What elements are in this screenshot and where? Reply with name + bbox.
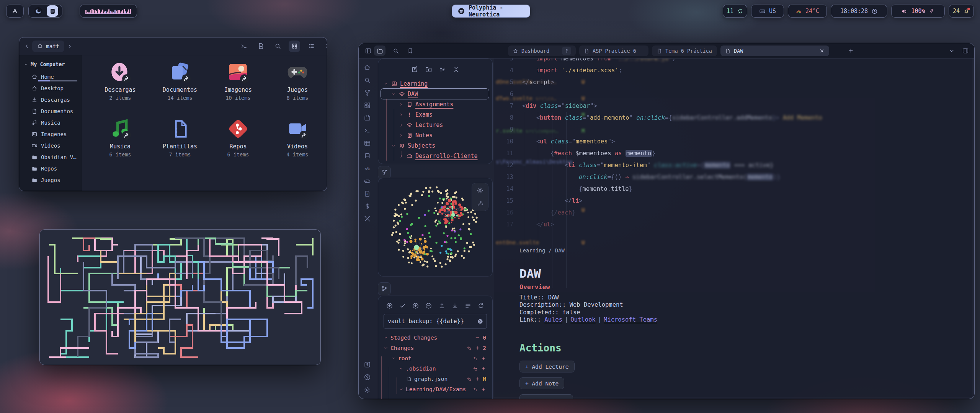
note-breadcrumb[interactable]: Learning / DAW [519, 247, 565, 254]
stage-icon[interactable] [481, 387, 486, 392]
git-row-learning-daw-exams[interactable]: Learning/DAW/Exams [384, 384, 487, 394]
ribbon-gamepad-icon[interactable] [363, 177, 371, 185]
sidebar-item-videos[interactable]: Videos [19, 140, 82, 151]
file-item-musica[interactable]: Musica6 items [91, 118, 149, 158]
strip-chevD-icon[interactable] [948, 47, 955, 54]
ribbon-tools-icon[interactable] [363, 215, 371, 223]
git-row-changes[interactable]: Changes2 [384, 343, 487, 353]
sidebar-section[interactable]: My Computer [19, 55, 82, 71]
sidebar-item-documentos[interactable]: Documentos [19, 106, 82, 117]
git-row-.obsidian[interactable]: .obsidian [384, 363, 487, 374]
tree-item-desarrollo-cliente[interactable]: Desarrollo-Cliente [378, 151, 492, 161]
new-note-button[interactable] [411, 66, 418, 73]
link-aules[interactable]: Aules [544, 316, 562, 323]
graph-filter-icon[interactable] [477, 200, 483, 207]
sidebar-item-imagenes[interactable]: Imagenes [19, 128, 82, 140]
ribbon-fork-icon[interactable] [363, 89, 371, 96]
close-icon[interactable] [819, 48, 825, 54]
tab-tema-6-pr-cticas-[interactable]: Tema 6 Prácticas -… [652, 46, 717, 56]
widget-weather[interactable]: 24°C [788, 5, 827, 18]
sidebar-item-musica[interactable]: Musica [19, 117, 82, 128]
text-document-icon[interactable] [47, 5, 58, 17]
unstage-all-button[interactable] [425, 302, 432, 309]
tree-item-lectures[interactable]: Lectures [378, 120, 492, 130]
stage-all-button[interactable] [412, 302, 419, 309]
compact-view-button[interactable] [322, 41, 327, 52]
unstage-icon[interactable] [475, 335, 480, 340]
new-tab-button[interactable] [848, 47, 854, 54]
git-panel-button[interactable] [378, 282, 391, 295]
file-item-videos[interactable]: Videos4 items [269, 118, 326, 158]
file-item-plantillas[interactable]: Plantillas7 items [151, 118, 209, 158]
change-list-button[interactable] [464, 302, 472, 309]
now-playing[interactable]: Polyphia - Neurotica [452, 5, 530, 18]
ribbon-search-icon[interactable] [363, 76, 371, 84]
link-outlook[interactable]: Outlook [570, 316, 595, 323]
widget-keyboard[interactable]: US [751, 5, 784, 18]
graph-view-button[interactable] [378, 166, 391, 179]
refresh-button[interactable] [477, 302, 485, 309]
tree-item-learning[interactable]: Learning [378, 78, 492, 89]
sort-button[interactable] [439, 66, 446, 73]
back-icon[interactable] [24, 43, 30, 49]
sidebar-item-obsidianv[interactable]: Obsidian V… [19, 151, 82, 163]
tree-item-daw[interactable]: DAW [378, 89, 492, 99]
push-button[interactable] [438, 302, 446, 309]
strip-panelL-icon[interactable] [363, 46, 374, 56]
commit-message-input[interactable]: vault backup: {{date}} [384, 314, 487, 328]
discard-icon[interactable] [467, 376, 472, 382]
breadcrumb[interactable]: matt [32, 41, 64, 52]
open-terminal-button[interactable] [238, 41, 250, 52]
sidebar-item-repos[interactable]: Repos [19, 163, 82, 174]
ribbon-codepct-icon[interactable]: <% [363, 164, 371, 172]
ribbon-dollar-icon[interactable] [363, 202, 371, 210]
new-file-button[interactable] [255, 41, 266, 52]
grid-view-button[interactable] [289, 41, 300, 52]
ribbon-calendar-icon[interactable] [363, 114, 371, 122]
git-row-staged-changes[interactable]: Staged Changes0 [384, 332, 487, 343]
git-row-root[interactable]: root [384, 353, 487, 363]
ribbon-grid-icon[interactable] [363, 101, 371, 109]
sidebar-item-desktop[interactable]: Desktop [19, 83, 82, 94]
strip-bookmark-icon[interactable] [405, 46, 416, 56]
action-button--add-note[interactable]: + Add Note [519, 377, 564, 389]
graph-view-panel[interactable] [378, 178, 493, 276]
stage-icon[interactable] [481, 356, 486, 361]
collapse-button[interactable] [452, 66, 460, 73]
commit-button[interactable] [399, 302, 406, 309]
ribbon-home-icon[interactable] [363, 63, 371, 71]
ribbon-book-icon[interactable] [363, 152, 371, 159]
file-item-descargas[interactable]: Descargas2 items [91, 61, 149, 101]
discard-icon[interactable] [473, 356, 478, 361]
discard-icon[interactable] [467, 345, 472, 351]
file-item-imagenes[interactable]: Imagenes10 items [209, 61, 267, 101]
ribbon-help-icon[interactable] [363, 373, 371, 381]
backup-button[interactable] [386, 302, 393, 309]
stage-icon[interactable] [475, 376, 480, 382]
ribbon-table-icon[interactable] [363, 139, 371, 147]
tab-daw[interactable]: DAW [720, 46, 829, 56]
tab-dashboard[interactable]: Dashboard [508, 46, 576, 56]
firefox-icon[interactable] [33, 5, 44, 17]
widget-notifications[interactable]: 24 [949, 5, 974, 18]
tree-item-assignments[interactable]: Assignments [378, 99, 492, 109]
file-item-documentos[interactable]: Documentos14 items [151, 61, 209, 101]
forward-icon[interactable] [67, 43, 73, 49]
action-button--add-lecture[interactable]: + Add Lecture [519, 361, 575, 372]
audio-visualizer[interactable] [80, 5, 137, 18]
pull-button[interactable] [451, 302, 459, 309]
widget-updates[interactable]: 11 [723, 5, 747, 18]
strip-folder-icon[interactable] [374, 46, 385, 56]
git-row-graph.json[interactable]: graph.jsonM [384, 374, 487, 384]
new-folder-button[interactable] [425, 66, 432, 73]
stage-icon[interactable] [481, 366, 486, 371]
pin-icon[interactable] [562, 47, 571, 55]
pipes-art-window[interactable] [39, 229, 321, 365]
discard-icon[interactable] [473, 387, 478, 392]
ribbon-filea-icon[interactable]: a [363, 190, 371, 197]
tab-asp-practice-6[interactable]: ASP Practice 6 [579, 46, 648, 56]
widget-volume[interactable]: 100% [891, 5, 945, 18]
link-microsoft-teams[interactable]: Microsoft Teams [604, 316, 657, 323]
widget-clock[interactable]: 18:08:28 [831, 5, 887, 18]
ribbon-vault-icon[interactable] [363, 361, 371, 368]
